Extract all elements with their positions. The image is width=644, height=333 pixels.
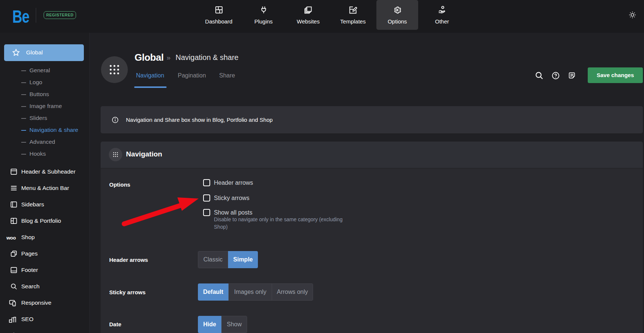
svg-text:woo: woo bbox=[6, 235, 16, 241]
